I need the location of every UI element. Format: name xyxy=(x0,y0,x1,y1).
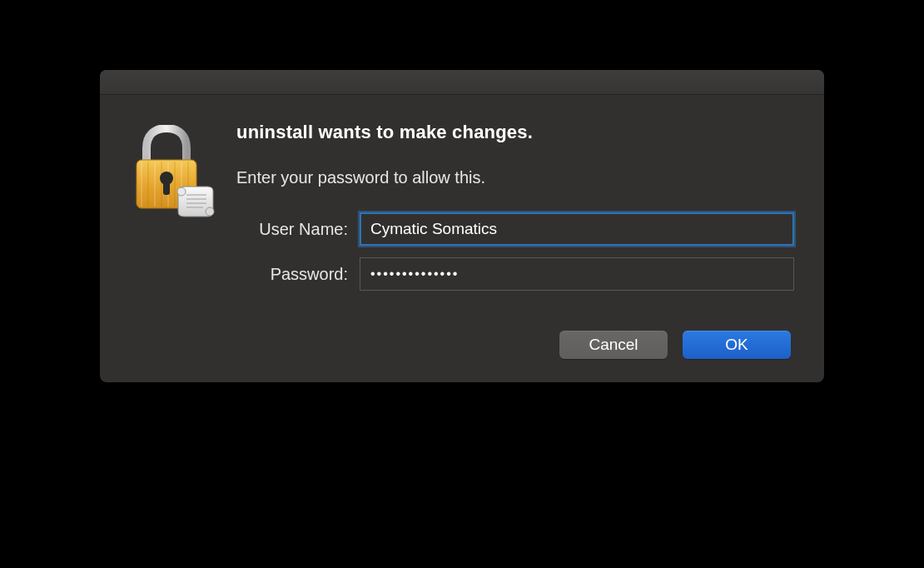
dialog-body: uninstall wants to make changes. Enter y… xyxy=(100,95,824,382)
password-row: Password: xyxy=(236,257,794,291)
svg-rect-10 xyxy=(163,182,170,195)
password-input[interactable] xyxy=(360,257,794,291)
auth-dialog: uninstall wants to make changes. Enter y… xyxy=(100,70,824,382)
password-label: Password: xyxy=(236,265,360,284)
svg-point-11 xyxy=(177,187,186,196)
content-column: uninstall wants to make changes. Enter y… xyxy=(236,122,794,359)
ok-button[interactable]: OK xyxy=(683,331,791,359)
svg-point-12 xyxy=(206,207,214,216)
button-row: Cancel OK xyxy=(236,331,794,359)
username-row: User Name: xyxy=(236,212,794,246)
cancel-button[interactable]: Cancel xyxy=(559,331,668,359)
dialog-subtext: Enter your password to allow this. xyxy=(236,168,794,187)
icon-column xyxy=(130,122,215,359)
dialog-heading: uninstall wants to make changes. xyxy=(236,122,794,143)
lock-icon xyxy=(130,125,215,223)
username-label: User Name: xyxy=(236,220,360,239)
username-input[interactable] xyxy=(360,212,794,246)
dialog-titlebar[interactable] xyxy=(100,70,824,95)
script-badge-icon xyxy=(177,187,214,217)
